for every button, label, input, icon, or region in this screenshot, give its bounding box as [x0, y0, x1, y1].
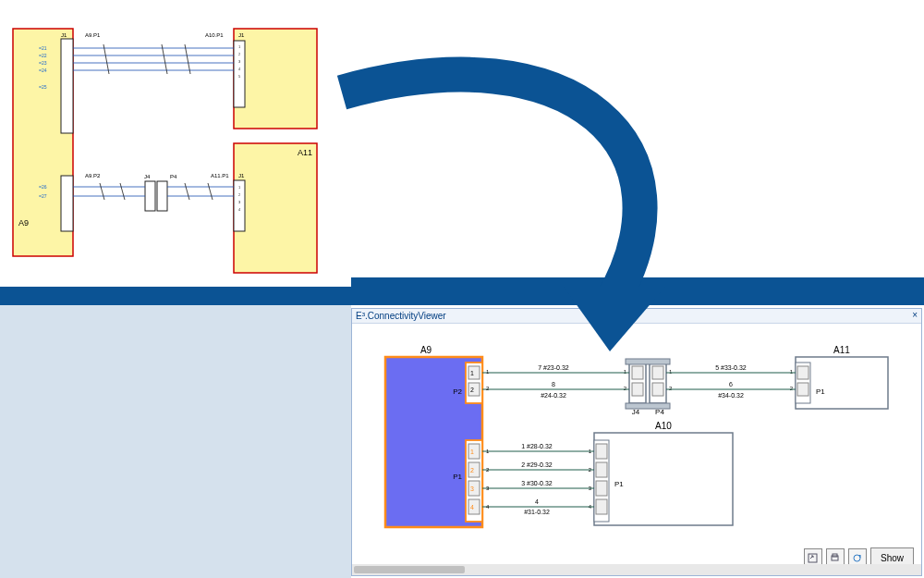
svg-text:A10: A10	[655, 421, 672, 431]
node-a10	[594, 433, 733, 525]
svg-text:2: 2	[790, 386, 794, 391]
svg-text:=23: =23	[39, 60, 47, 66]
svg-line-37	[208, 183, 213, 200]
svg-text:J4: J4	[144, 174, 151, 179]
svg-text:4: 4	[535, 498, 539, 505]
svg-rect-88	[596, 462, 607, 477]
svg-text:J1: J1	[238, 173, 245, 178]
viewer-title-bar: E³.ConnectivityViewer ×	[352, 309, 921, 324]
svg-rect-22	[145, 181, 155, 211]
svg-rect-66	[626, 359, 670, 364]
svg-rect-68	[632, 366, 643, 379]
svg-text:P1: P1	[614, 480, 624, 488]
svg-rect-26	[61, 176, 73, 231]
svg-line-17	[185, 44, 190, 74]
svg-text:2 #29-0.32: 2 #29-0.32	[521, 461, 553, 468]
svg-text:A11: A11	[298, 148, 312, 157]
svg-rect-81	[797, 383, 808, 396]
svg-text:A9.P2: A9.P2	[85, 173, 101, 178]
connectivity-viewer-window: E³.ConnectivityViewer × A9 P2 1 2 P1 1 2…	[351, 308, 922, 576]
svg-text:A10.P1: A10.P1	[205, 32, 224, 38]
svg-rect-69	[632, 383, 643, 396]
scrollbar-thumb[interactable]	[354, 566, 465, 573]
svg-text:J1: J1	[61, 32, 67, 38]
left-pale-area	[0, 305, 351, 578]
svg-text:2: 2	[470, 467, 474, 473]
close-icon[interactable]: ×	[912, 310, 918, 320]
svg-text:A9.P1: A9.P1	[85, 32, 101, 38]
svg-text:#34-0.32: #34-0.32	[718, 392, 744, 399]
block-a11	[234, 143, 317, 273]
svg-text:J1: J1	[238, 32, 245, 38]
svg-text:3 #30-0.32: 3 #30-0.32	[521, 480, 553, 486]
svg-text:#24-0.32: #24-0.32	[541, 392, 566, 399]
svg-text:=26: =26	[39, 184, 47, 190]
svg-text:1: 1	[470, 449, 474, 455]
svg-rect-121	[808, 554, 817, 562]
svg-line-36	[185, 183, 189, 200]
svg-rect-0	[61, 39, 73, 133]
svg-line-16	[162, 44, 167, 74]
svg-text:=21: =21	[39, 45, 47, 51]
svg-rect-71	[652, 383, 663, 396]
viewer-canvas: A9 P2 1 2 P1 1 2 3 4	[352, 324, 921, 575]
svg-point-124	[854, 555, 860, 561]
svg-rect-70	[652, 366, 663, 379]
svg-text:6: 6	[729, 381, 733, 387]
svg-text:1: 1	[669, 369, 673, 375]
svg-text:P4: P4	[170, 174, 177, 179]
svg-text:J4: J4	[632, 408, 640, 416]
label-a9: A9	[18, 218, 29, 228]
svg-text:2: 2	[669, 386, 673, 391]
svg-rect-80	[797, 366, 808, 379]
svg-text:8: 8	[552, 381, 555, 387]
svg-text:1 #28-0.32: 1 #28-0.32	[521, 443, 553, 449]
svg-text:4: 4	[470, 504, 474, 510]
svg-line-35	[120, 183, 125, 200]
viewer-title-text: E³.ConnectivityViewer	[356, 311, 446, 321]
svg-line-34	[100, 183, 104, 200]
svg-text:1: 1	[486, 369, 490, 375]
svg-text:=27: =27	[39, 193, 47, 199]
svg-text:7 #23-0.32: 7 #23-0.32	[538, 364, 569, 371]
svg-text:A11.P1: A11.P1	[211, 173, 229, 178]
source-schematic: A9 J1 =21 =22 =23 =24 =25 A9.P1 J1 A10.P…	[0, 0, 351, 287]
svg-text:A9: A9	[420, 345, 432, 355]
svg-text:=24: =24	[39, 68, 47, 73]
svg-text:1: 1	[790, 369, 794, 375]
svg-text:2: 2	[486, 386, 490, 391]
svg-text:=25: =25	[39, 84, 47, 90]
svg-text:P1: P1	[816, 387, 825, 396]
svg-rect-87	[596, 444, 607, 459]
svg-text:=22: =22	[39, 53, 47, 58]
svg-text:5 #33-0.32: 5 #33-0.32	[715, 364, 747, 371]
svg-rect-89	[596, 481, 607, 496]
block-a10	[234, 29, 317, 129]
svg-text:A11: A11	[833, 345, 850, 355]
svg-rect-90	[596, 499, 607, 514]
svg-text:#31-0.32: #31-0.32	[524, 509, 550, 515]
svg-line-15	[103, 44, 109, 74]
svg-text:P1: P1	[453, 473, 462, 481]
svg-text:2: 2	[624, 386, 627, 391]
svg-text:P4: P4	[655, 408, 664, 416]
svg-text:1: 1	[470, 370, 474, 376]
svg-text:3: 3	[470, 486, 474, 492]
svg-rect-23	[157, 181, 167, 211]
svg-text:P2: P2	[453, 387, 462, 396]
svg-text:2: 2	[470, 387, 474, 393]
horizontal-scrollbar[interactable]	[352, 564, 921, 575]
svg-text:1: 1	[624, 369, 627, 375]
